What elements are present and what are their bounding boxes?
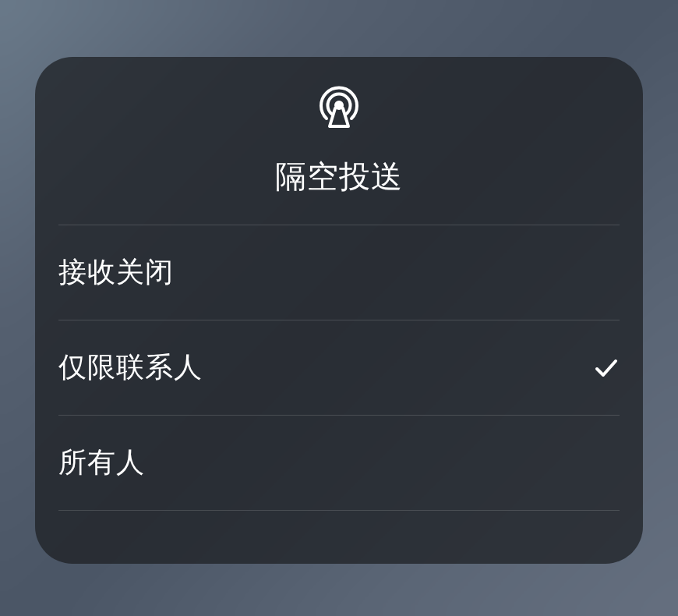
airdrop-icon (316, 82, 362, 129)
option-receiving-off[interactable]: 接收关闭 (58, 225, 620, 320)
divider (58, 510, 620, 511)
option-everyone[interactable]: 所有人 (58, 415, 620, 510)
option-label: 仅限联系人 (58, 349, 203, 387)
option-label: 所有人 (58, 444, 145, 482)
option-label: 接收关闭 (58, 253, 174, 292)
checkmark-icon (593, 355, 620, 381)
airdrop-settings-panel: 隔空投送 接收关闭 仅限联系人 所有人 (35, 57, 643, 564)
options-list: 接收关闭 仅限联系人 所有人 (35, 225, 643, 510)
option-contacts-only[interactable]: 仅限联系人 (58, 320, 620, 415)
panel-header: 隔空投送 (35, 57, 643, 225)
panel-title: 隔空投送 (275, 155, 403, 198)
